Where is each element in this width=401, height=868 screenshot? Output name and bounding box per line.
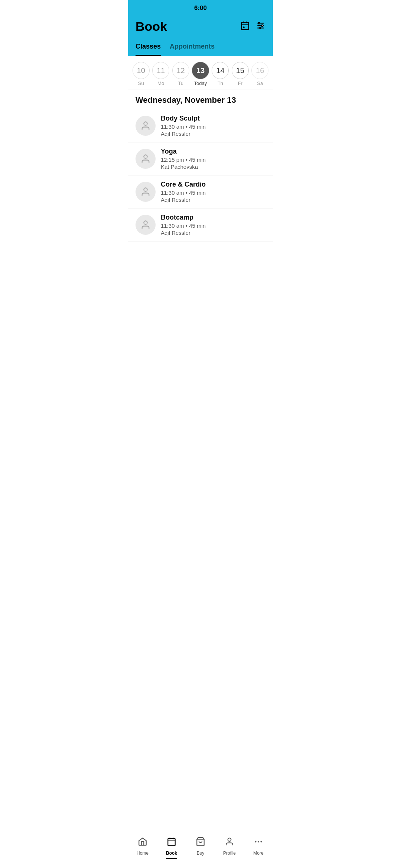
class-avatar	[136, 215, 156, 235]
class-info: Yoga12:15 pm • 45 minKat Pachovska	[161, 148, 265, 170]
class-time: 11:30 am • 45 min	[161, 124, 265, 130]
calendar-day[interactable]: 10Su	[132, 62, 150, 86]
main-content: 10Su11Mo12Tu13Today14Th15Fr16Sa Wednesda…	[128, 56, 273, 279]
class-instructor: Aqil Ressler	[161, 230, 265, 236]
class-list-item[interactable]: Core & Cardio11:30 am • 45 minAqil Ressl…	[128, 175, 273, 208]
day-label: Tu	[178, 80, 183, 86]
class-name: Yoga	[161, 148, 265, 155]
day-number: 15	[232, 62, 249, 79]
class-time: 12:15 pm • 45 min	[161, 157, 265, 163]
class-avatar	[136, 182, 156, 202]
calendar-day[interactable]: 16Sa	[251, 62, 269, 86]
calendar-day[interactable]: 13Today	[191, 62, 210, 86]
svg-point-9	[261, 24, 263, 26]
header-actions	[240, 21, 265, 33]
page-title: Book	[136, 19, 167, 34]
class-info: Core & Cardio11:30 am • 45 minAqil Ressl…	[161, 181, 265, 203]
day-label: Fr	[238, 80, 242, 86]
status-bar: 6:00	[128, 0, 273, 16]
class-name: Body Sculpt	[161, 115, 265, 122]
class-time: 11:30 am • 45 min	[161, 223, 265, 229]
svg-rect-0	[241, 22, 249, 30]
tab-bar: Classes Appointments	[128, 40, 273, 56]
day-number: 11	[152, 62, 169, 79]
person-icon	[140, 187, 151, 197]
calendar-day[interactable]: 12Tu	[172, 62, 190, 86]
class-list-item[interactable]: Bootcamp11:30 am • 45 minAqil Ressler	[128, 208, 273, 241]
class-info: Body Sculpt11:30 am • 45 minAqil Ressler	[161, 115, 265, 137]
filter-icon[interactable]	[256, 21, 265, 33]
person-icon	[140, 154, 151, 164]
day-label: Mo	[157, 80, 164, 86]
status-time: 6:00	[194, 4, 207, 12]
class-time: 11:30 am • 45 min	[161, 190, 265, 196]
header: Book	[128, 16, 273, 40]
calendar-day[interactable]: 11Mo	[151, 62, 170, 86]
class-name: Bootcamp	[161, 214, 265, 221]
day-label: Sa	[257, 80, 263, 86]
day-number: 16	[251, 62, 268, 79]
day-number: 10	[133, 62, 150, 79]
person-icon	[140, 220, 151, 230]
calendar-icon[interactable]	[240, 21, 250, 33]
class-list-item[interactable]: Yoga12:15 pm • 45 minKat Pachovska	[128, 142, 273, 175]
class-avatar	[136, 116, 156, 136]
class-info: Bootcamp11:30 am • 45 minAqil Ressler	[161, 214, 265, 236]
class-instructor: Aqil Ressler	[161, 197, 265, 203]
day-number: 13	[192, 62, 209, 79]
class-instructor: Kat Pachovska	[161, 164, 265, 170]
svg-point-13	[144, 188, 147, 191]
svg-point-10	[259, 27, 261, 29]
tab-classes[interactable]: Classes	[136, 40, 161, 56]
calendar-strip: 10Su11Mo12Tu13Today14Th15Fr16Sa	[128, 56, 273, 89]
day-label: Th	[218, 80, 223, 86]
tab-appointments[interactable]: Appointments	[170, 40, 215, 56]
class-list: Body Sculpt11:30 am • 45 minAqil Ressler…	[128, 109, 273, 241]
day-number: 12	[172, 62, 189, 79]
day-number: 14	[212, 62, 229, 79]
svg-point-11	[144, 122, 147, 125]
svg-point-12	[144, 155, 147, 158]
class-name: Core & Cardio	[161, 181, 265, 188]
class-list-item[interactable]: Body Sculpt11:30 am • 45 minAqil Ressler	[128, 109, 273, 142]
svg-point-4	[244, 27, 244, 27]
day-label: Today	[194, 80, 207, 86]
class-avatar	[136, 149, 156, 169]
person-icon	[140, 121, 151, 131]
day-label: Su	[138, 80, 144, 86]
calendar-day[interactable]: 14Th	[211, 62, 229, 86]
class-instructor: Aqil Ressler	[161, 131, 265, 137]
svg-point-14	[144, 221, 147, 224]
calendar-day[interactable]: 15Fr	[231, 62, 250, 86]
svg-point-8	[258, 22, 260, 24]
date-heading: Wednesday, November 13	[128, 89, 273, 109]
